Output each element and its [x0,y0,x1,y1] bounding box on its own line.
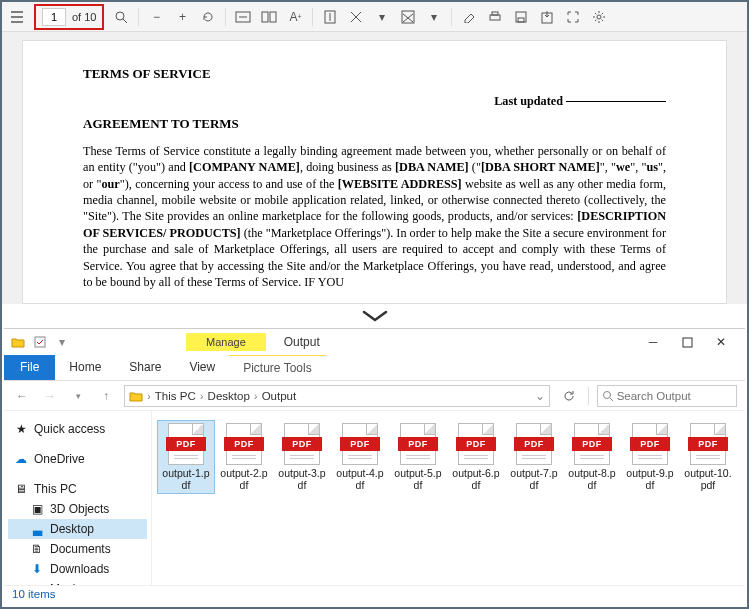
address-bar-row: ← → ▾ ↑ › This PC › Desktop › Output ⌄ [4,381,745,411]
sidebar-documents[interactable]: 🗎Documents [8,539,147,559]
up-button[interactable]: ↑ [96,386,116,406]
page-layout-icon[interactable] [260,8,278,26]
ribbon-share[interactable]: Share [115,355,175,380]
file-item[interactable]: PDFoutput-10.pdf [680,421,736,493]
file-name: output-8.pdf [568,467,615,491]
file-grid[interactable]: PDFoutput-1.pdfPDFoutput-2.pdfPDFoutput-… [152,411,745,585]
refresh-button[interactable] [558,385,580,407]
highlight-icon[interactable] [347,8,365,26]
file-item[interactable]: PDFoutput-5.pdf [390,421,446,493]
print-icon[interactable] [486,8,504,26]
file-name: output-2.pdf [220,467,267,491]
underline-icon[interactable] [399,8,417,26]
pdf-file-icon: PDF [284,423,320,465]
svg-rect-9 [518,18,524,22]
file-item[interactable]: PDFoutput-2.pdf [216,421,272,493]
pdf-file-icon: PDF [574,423,610,465]
separator [588,387,589,405]
doc-title: TERMS OF SERVICE [83,65,666,83]
file-item[interactable]: PDFoutput-7.pdf [506,421,562,493]
pdf-file-icon: PDF [400,423,436,465]
separator [225,8,226,26]
zoom-out-icon[interactable]: − [147,8,165,26]
file-item[interactable]: PDFoutput-3.pdf [274,421,330,493]
sidebar-desktop[interactable]: ▃Desktop [8,519,147,539]
ribbon-home[interactable]: Home [55,355,115,380]
ribbon-file[interactable]: File [4,355,55,380]
dropdown-icon[interactable]: ▾ [54,334,70,350]
page-total-label: of 10 [72,11,96,23]
file-name: output-5.pdf [394,467,441,491]
sidebar-this-pc[interactable]: 🖥This PC [8,479,147,499]
checkbox-icon[interactable] [32,334,48,350]
crumb-desktop[interactable]: Desktop [208,390,250,402]
svg-rect-7 [492,12,498,15]
agreement-heading: AGREEMENT TO TERMS [83,115,666,133]
save-icon[interactable] [512,8,530,26]
crumb-thispc[interactable]: This PC [155,390,196,402]
search-icon [602,390,613,402]
search-icon[interactable] [112,8,130,26]
dropdown-icon[interactable]: ▾ [425,8,443,26]
pdf-page: TERMS OF SERVICE Last updated AGREEMENT … [22,40,727,304]
sidebar-3d-objects[interactable]: ▣3D Objects [8,499,147,519]
ribbon-picture-tools[interactable]: Picture Tools [229,355,325,380]
file-item[interactable]: PDFoutput-1.pdf [158,421,214,493]
pdf-viewport[interactable]: TERMS OF SERVICE Last updated AGREEMENT … [2,32,747,304]
svg-point-14 [604,391,611,398]
sidebar-quick-access[interactable]: ★Quick access [8,419,147,439]
svg-rect-6 [490,15,500,20]
back-button[interactable]: ← [12,386,32,406]
text-select-icon[interactable] [321,8,339,26]
export-icon[interactable] [538,8,556,26]
sidebar-downloads[interactable]: ⬇Downloads [8,559,147,579]
cloud-icon: ☁ [14,452,28,466]
maximize-button[interactable] [677,332,697,352]
sidebar-onedrive[interactable]: ☁OneDrive [8,449,147,469]
file-item[interactable]: PDFoutput-4.pdf [332,421,388,493]
svg-rect-3 [270,12,276,22]
file-item[interactable]: PDFoutput-6.pdf [448,421,504,493]
recent-dropdown[interactable]: ▾ [68,386,88,406]
fit-width-icon[interactable] [234,8,252,26]
file-name: output-7.pdf [510,467,557,491]
pdf-file-icon: PDF [632,423,668,465]
page-number-input[interactable] [42,8,66,26]
pdf-file-icon: PDF [516,423,552,465]
erase-icon[interactable] [460,8,478,26]
ribbon-view[interactable]: View [175,355,229,380]
dropdown-icon[interactable]: ▾ [373,8,391,26]
zoom-in-icon[interactable]: + [173,8,191,26]
svg-point-11 [597,15,601,19]
expand-chevron[interactable] [2,304,747,328]
sidebar-toggle-icon[interactable] [8,8,26,26]
cube-icon: ▣ [30,502,44,516]
folder-icon [129,389,143,403]
crumb-output[interactable]: Output [262,390,297,402]
svg-rect-12 [35,337,45,347]
minimize-button[interactable]: ─ [643,332,663,352]
search-box[interactable] [597,385,737,407]
settings-icon[interactable] [590,8,608,26]
file-name: output-3.pdf [278,467,325,491]
pdf-file-icon: PDF [690,423,726,465]
history-dropdown-icon[interactable]: ⌄ [535,389,545,403]
body-paragraph: These Terms of Service constitute a lega… [83,143,666,291]
pdf-file-icon: PDF [168,423,204,465]
svg-rect-13 [683,338,692,347]
text-size-icon[interactable]: A+ [286,8,304,26]
fullscreen-icon[interactable] [564,8,582,26]
nav-sidebar: ★Quick access ☁OneDrive 🖥This PC ▣3D Obj… [4,411,152,585]
file-explorer: ▾ Manage Output ─ ✕ File Home Share View… [4,328,745,605]
close-button[interactable]: ✕ [711,332,731,352]
file-item[interactable]: PDFoutput-9.pdf [622,421,678,493]
ribbon-context-tab[interactable]: Manage [186,333,266,351]
rotate-icon[interactable] [199,8,217,26]
search-input[interactable] [617,390,732,402]
file-name: output-9.pdf [626,467,673,491]
svg-point-0 [116,12,124,20]
forward-button[interactable]: → [40,386,60,406]
breadcrumb[interactable]: › This PC › Desktop › Output ⌄ [124,385,550,407]
file-item[interactable]: PDFoutput-8.pdf [564,421,620,493]
window-title: Output [284,335,320,349]
